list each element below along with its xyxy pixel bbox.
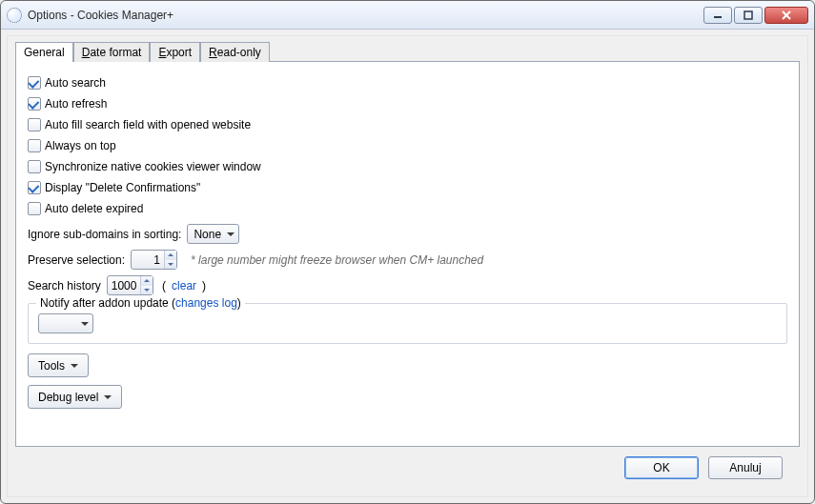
maximize-icon [744,10,753,20]
checkbox-row: Auto fill search field with opened websi… [28,115,787,134]
content: General Date format Export Read-only Aut… [7,35,808,497]
checkbox[interactable] [28,76,41,90]
preserve-input[interactable] [132,251,164,269]
chevron-down-icon [104,395,112,399]
history-clear-link[interactable]: clear [172,279,196,292]
checkbox-row: Display "Delete Confirmations" [28,178,787,197]
minimize-icon [713,10,723,20]
history-label: Search history [28,279,101,292]
checkbox[interactable] [28,202,41,215]
svg-rect-1 [744,11,752,19]
app-icon [7,8,22,23]
chevron-up-icon [168,253,173,256]
checkbox-list: Auto searchAuto refreshAuto fill search … [28,73,787,218]
checkbox[interactable] [28,97,41,111]
checkbox[interactable] [28,181,41,194]
notify-legend: Notify after addon update (changes log) [36,296,245,310]
chevron-down-icon [71,364,78,368]
dialog-footer: OK Anuluj [15,447,800,489]
minimize-button[interactable] [703,7,732,24]
chevron-down-icon [227,232,234,236]
history-input[interactable] [108,276,140,294]
checkbox-row: Auto delete expired [28,199,787,218]
checkbox-row: Synchronize native cookies viewer window [28,157,787,176]
preserve-step-down[interactable] [165,260,176,270]
tab-read-only[interactable]: Read-only [200,42,270,62]
fieldset-notify: Notify after addon update (changes log) [28,303,787,344]
titlebar[interactable]: Options - Cookies Manager+ [1,1,814,30]
checkbox-label: Display "Delete Confirmations" [45,181,200,194]
checkbox[interactable] [28,139,41,152]
window: Options - Cookies Manager+ General Date … [0,0,815,504]
chevron-down-icon [168,263,173,266]
tab-general[interactable]: General [15,42,73,62]
checkbox-label: Auto refresh [45,97,107,111]
tab-date-format[interactable]: Date format [73,42,151,62]
checkbox-label: Synchronize native cookies viewer window [45,160,261,173]
row-preserve-selection: Preserve selection: * large number might… [28,250,787,270]
debug-level-button[interactable]: Debug level [28,385,122,409]
ignore-label: Ignore sub-domains in sorting: [28,228,181,241]
window-controls [702,7,808,24]
checkbox[interactable] [28,160,41,173]
ok-button[interactable]: OK [624,456,699,479]
preserve-spinner[interactable] [131,250,177,270]
checkbox-label: Auto search [45,76,106,90]
close-button[interactable] [764,7,808,24]
checkbox[interactable] [28,118,41,131]
history-spinner[interactable] [107,275,153,295]
preserve-step-up[interactable] [165,251,176,260]
checkbox-label: Always on top [45,139,116,152]
checkbox-row: Always on top [28,136,787,155]
row-debug: Debug level [28,385,787,409]
chevron-down-icon [81,322,89,326]
checkbox-label: Auto fill search field with opened websi… [45,118,251,131]
close-icon [782,10,791,20]
chevron-down-icon [144,289,150,292]
row-tools: Tools [28,353,787,377]
checkbox-row: Auto search [28,73,787,92]
preserve-label: Preserve selection: [28,253,125,267]
notify-select[interactable] [38,313,93,333]
row-ignore-subdomains: Ignore sub-domains in sorting: None [28,224,787,244]
history-step-up[interactable] [141,276,153,286]
checkbox-label: Auto delete expired [45,202,143,215]
ignore-value: None [194,228,221,241]
checkbox-row: Auto refresh [28,94,787,113]
chevron-up-icon [144,279,150,282]
maximize-button[interactable] [734,7,763,24]
cancel-button[interactable]: Anuluj [708,456,783,479]
window-title: Options - Cookies Manager+ [28,9,702,22]
row-search-history: Search history (clear) [28,275,787,295]
panel-general: Auto searchAuto refreshAuto fill search … [15,61,800,447]
tab-bar: General Date format Export Read-only [15,42,800,61]
history-step-down[interactable] [141,286,153,295]
tab-export[interactable]: Export [150,42,200,62]
tools-button[interactable]: Tools [28,353,89,377]
ignore-select[interactable]: None [187,224,239,244]
preserve-note: * large number might freeze browser when… [191,253,483,267]
changes-log-link[interactable]: changes log [175,296,237,310]
